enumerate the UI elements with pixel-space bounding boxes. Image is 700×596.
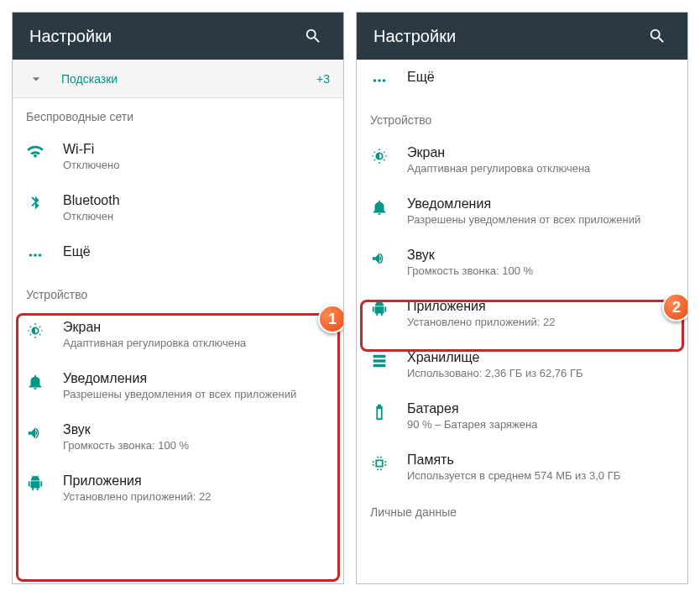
- appbar: Настройки: [357, 13, 687, 60]
- item-apps[interactable]: Приложения Установлено приложений: 22: [13, 463, 343, 515]
- storage-sub: Использовано: 2,36 ГБ из 62,76 ГБ: [407, 367, 674, 379]
- volume-icon: [370, 248, 407, 268]
- bell-icon: [370, 196, 407, 217]
- battery-sub: 90 % – Батарея заряжена: [407, 418, 674, 431]
- volume-icon: [26, 422, 63, 442]
- android-icon: [370, 299, 407, 319]
- item-display[interactable]: Экран Адаптивная регулировка отключена: [13, 310, 343, 361]
- display-title: Экран: [407, 145, 674, 160]
- item-sound[interactable]: Звук Громкость звонка: 100 %: [13, 412, 343, 463]
- screen-left: Настройки Подсказки +3 Беспроводные сети…: [12, 12, 344, 584]
- chevron-down-icon: [26, 71, 46, 87]
- search-icon: [648, 27, 666, 45]
- item-battery[interactable]: Батарея 90 % – Батарея заряжена: [357, 391, 687, 442]
- hints-bar[interactable]: Подсказки +3: [13, 60, 343, 98]
- item-display[interactable]: Экран Адаптивная регулировка отключена: [357, 135, 687, 186]
- section-device: Устройство: [13, 276, 343, 310]
- section-device: Устройство: [357, 102, 687, 135]
- apps-sub: Установлено приложений: 22: [63, 490, 330, 503]
- notifications-sub: Разрешены уведомления от всех приложений: [63, 388, 330, 400]
- sound-sub: Громкость звонка: 100 %: [407, 264, 674, 277]
- display-sub: Адаптивная регулировка отключена: [407, 162, 674, 175]
- memory-title: Память: [407, 452, 674, 468]
- battery-title: Батарея: [407, 401, 674, 416]
- apps-title: Приложения: [63, 473, 330, 489]
- section-personal: Личные данные: [357, 494, 687, 527]
- storage-title: Хранилище: [407, 350, 674, 365]
- bluetooth-title: Bluetooth: [63, 193, 330, 208]
- item-wifi[interactable]: Wi-Fi Отключено: [13, 132, 343, 183]
- display-title: Экран: [63, 320, 330, 335]
- battery-icon: [370, 401, 407, 421]
- memory-sub: Используется в среднем 574 МБ из 3,0 ГБ: [407, 469, 674, 482]
- item-memory[interactable]: Память Используется в среднем 574 МБ из …: [357, 442, 687, 494]
- hints-count: +3: [316, 72, 330, 86]
- apps-sub: Установлено приложений: 22: [407, 316, 674, 328]
- item-sound[interactable]: Звук Громкость звонка: 100 %: [357, 238, 687, 289]
- search-button[interactable]: [640, 19, 674, 53]
- brightness-icon: [26, 320, 63, 340]
- display-sub: Адаптивная регулировка отключена: [63, 337, 330, 349]
- hints-label: Подсказки: [61, 72, 316, 86]
- sound-title: Звук: [407, 248, 674, 263]
- more-title: Ещё: [63, 244, 330, 259]
- notifications-title: Уведомления: [63, 371, 330, 386]
- brightness-icon: [370, 145, 407, 165]
- wifi-icon: [26, 142, 63, 162]
- bluetooth-icon: [26, 193, 63, 213]
- item-storage[interactable]: Хранилище Использовано: 2,36 ГБ из 62,76…: [357, 340, 687, 391]
- appbar-title: Настройки: [29, 27, 296, 46]
- item-notifications[interactable]: Уведомления Разрешены уведомления от все…: [357, 186, 687, 238]
- appbar-title: Настройки: [374, 27, 640, 46]
- search-button[interactable]: [296, 19, 330, 53]
- item-notifications[interactable]: Уведомления Разрешены уведомления от все…: [13, 361, 343, 412]
- bluetooth-sub: Отключен: [63, 210, 330, 222]
- sound-title: Звук: [63, 422, 330, 437]
- wifi-sub: Отключено: [63, 159, 330, 171]
- more-icon: [370, 70, 407, 90]
- notifications-title: Уведомления: [407, 196, 674, 212]
- android-icon: [26, 473, 63, 494]
- more-title: Ещё: [407, 70, 674, 85]
- screen-right: Настройки Ещё Устройство Экран Адаптивна…: [356, 12, 688, 584]
- notifications-sub: Разрешены уведомления от всех приложений: [407, 213, 674, 226]
- item-bluetooth[interactable]: Bluetooth Отключен: [13, 183, 343, 234]
- more-icon: [26, 244, 63, 264]
- item-apps[interactable]: Приложения Установлено приложений: 22: [357, 289, 687, 340]
- sound-sub: Громкость звонка: 100 %: [63, 439, 330, 452]
- item-more[interactable]: Ещё: [13, 234, 343, 276]
- appbar: Настройки: [13, 13, 343, 60]
- item-more[interactable]: Ещё: [357, 60, 687, 102]
- wifi-title: Wi-Fi: [63, 142, 330, 157]
- search-icon: [304, 27, 322, 45]
- section-wireless: Беспроводные сети: [13, 98, 343, 132]
- storage-icon: [370, 350, 407, 370]
- bell-icon: [26, 371, 63, 391]
- memory-icon: [370, 452, 407, 473]
- apps-title: Приложения: [407, 299, 674, 314]
